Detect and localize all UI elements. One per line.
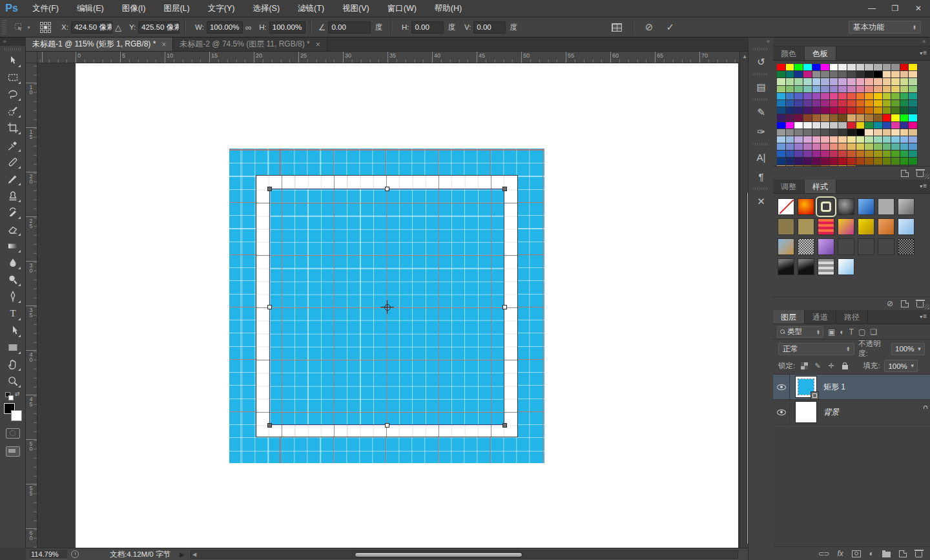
color-swatch[interactable] <box>838 150 847 157</box>
color-swatch[interactable] <box>891 136 900 143</box>
color-swatch[interactable] <box>812 122 821 129</box>
style-tile[interactable] <box>798 218 814 235</box>
eyedropper-tool[interactable] <box>3 136 23 153</box>
hand-tool[interactable] <box>3 356 23 373</box>
color-swatch[interactable] <box>856 136 865 143</box>
transform-handle[interactable] <box>385 187 389 191</box>
color-swatch[interactable] <box>856 114 865 121</box>
background-color-swatch[interactable] <box>11 410 22 421</box>
lock-transparency-icon[interactable] <box>800 362 809 370</box>
color-swatch[interactable] <box>786 122 794 129</box>
quick-selection-tool[interactable] <box>3 103 23 119</box>
filter-adjustment-layers-icon[interactable]: ◐ <box>840 327 844 337</box>
new-group-icon[interactable] <box>882 552 891 557</box>
opacity-value[interactable]: 100% ▼ <box>891 343 925 355</box>
layer-row-rectangle-1[interactable]: 矩形 1 <box>773 375 930 400</box>
color-swatch[interactable] <box>856 86 865 92</box>
quick-mask-button[interactable] <box>6 428 20 439</box>
color-swatch[interactable] <box>794 86 803 92</box>
color-swatch[interactable] <box>909 93 917 99</box>
visibility-toggle[interactable] <box>773 375 790 400</box>
layers-tab-路径[interactable]: 路径 <box>836 310 868 324</box>
pen-tool[interactable] <box>3 288 23 305</box>
color-swatch[interactable] <box>900 158 909 164</box>
close-button[interactable]: ✕ <box>907 0 930 17</box>
color-swatch[interactable] <box>900 143 909 150</box>
style-tile[interactable] <box>838 258 854 275</box>
color-swatch[interactable] <box>777 86 785 92</box>
transform-handle[interactable] <box>502 423 507 428</box>
reference-point-locator[interactable] <box>40 22 51 33</box>
color-swatch[interactable] <box>847 143 856 150</box>
color-swatch[interactable] <box>794 64 803 70</box>
color-swatch[interactable] <box>874 64 882 70</box>
color-swatch[interactable] <box>777 129 785 136</box>
new-style-icon[interactable] <box>901 300 909 307</box>
transform-handle[interactable] <box>502 305 507 309</box>
color-swatch[interactable] <box>777 64 785 70</box>
color-swatch[interactable] <box>847 78 856 85</box>
color-swatch[interactable] <box>883 158 891 164</box>
color-swatch[interactable] <box>891 158 900 164</box>
color-swatch[interactable] <box>830 129 838 136</box>
color-swatch[interactable] <box>812 143 821 150</box>
color-swatch[interactable] <box>786 100 794 107</box>
filter-pixel-layers-icon[interactable]: ▣ <box>828 327 835 337</box>
color-swatch[interactable] <box>803 158 812 164</box>
color-swatch[interactable] <box>821 93 829 99</box>
tool-preset-picker[interactable]: ▾ <box>9 19 35 35</box>
color-swatch[interactable] <box>891 143 900 150</box>
color-swatch[interactable] <box>874 107 882 114</box>
color-swatch[interactable] <box>847 122 856 129</box>
color-swatch[interactable] <box>900 64 909 70</box>
clone-source-panel-icon[interactable]: ✑ <box>749 122 774 141</box>
filter-shape-layers-icon[interactable]: ▢ <box>858 327 865 337</box>
color-swatch[interactable] <box>812 150 821 157</box>
color-swatch[interactable] <box>856 100 865 107</box>
color-swatch[interactable] <box>909 64 917 70</box>
color-swatch[interactable] <box>865 64 873 70</box>
transform-handle[interactable] <box>267 187 272 191</box>
character-panel-icon[interactable]: A| <box>749 147 774 167</box>
layers-tab-图层[interactable]: 图层 <box>773 310 805 324</box>
ruler-corner[interactable] <box>26 52 37 63</box>
color-swatch[interactable] <box>821 143 829 150</box>
rectangle-tool[interactable] <box>3 339 23 356</box>
color-swatch[interactable] <box>909 86 917 92</box>
color-swatch[interactable] <box>883 71 891 78</box>
delete-layer-icon[interactable] <box>915 552 922 557</box>
style-tile[interactable] <box>798 258 814 275</box>
color-swatch[interactable] <box>891 64 900 70</box>
status-expand-arrow[interactable]: ▶ <box>180 551 185 558</box>
color-swatch[interactable] <box>865 78 873 85</box>
color-swatch[interactable] <box>883 64 891 70</box>
color-swatch[interactable] <box>821 150 829 157</box>
color-swatch[interactable] <box>847 107 856 114</box>
style-tile[interactable] <box>818 258 834 275</box>
color-swatch[interactable] <box>883 129 891 136</box>
color-swatch[interactable] <box>838 93 847 99</box>
color-swatch[interactable] <box>874 158 882 164</box>
filter-smart-objects-icon[interactable]: ❏ <box>870 327 877 337</box>
new-adjustment-layer-icon[interactable]: ◐ <box>869 549 874 558</box>
color-swatch[interactable] <box>803 71 812 78</box>
color-swatch[interactable] <box>777 143 785 150</box>
style-tile[interactable] <box>898 238 914 255</box>
color-swatch[interactable] <box>812 100 821 107</box>
color-swatch[interactable] <box>812 71 821 78</box>
scroll-left-arrow[interactable]: ◀ <box>192 552 196 557</box>
vertical-scrollbar[interactable]: ▲ <box>739 52 748 548</box>
lock-position-icon[interactable]: ✛ <box>827 362 836 370</box>
transform-reference-point[interactable] <box>383 303 391 311</box>
path-selection-tool[interactable] <box>3 322 23 339</box>
delete-style-icon[interactable] <box>916 302 924 307</box>
horizontal-scroll-thumb[interactable] <box>355 552 522 557</box>
brush-tool[interactable] <box>3 171 23 187</box>
color-swatch[interactable] <box>874 100 882 107</box>
color-swatch[interactable] <box>821 136 829 143</box>
color-swatch[interactable] <box>803 122 812 129</box>
style-tile[interactable] <box>778 218 794 235</box>
history-panel-icon[interactable]: ↺ <box>749 52 774 72</box>
color-swatch[interactable] <box>891 129 900 136</box>
h-skew-input[interactable]: 0.00 <box>411 21 444 34</box>
